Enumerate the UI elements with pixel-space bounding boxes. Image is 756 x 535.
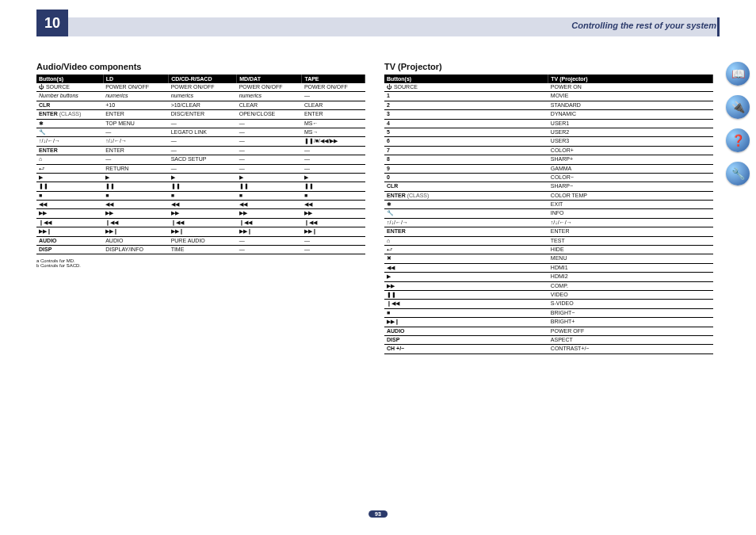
tools-icon[interactable]: 🔧 xyxy=(726,162,750,185)
table-cell: ■ xyxy=(384,308,548,317)
table-cell: ASPECT xyxy=(548,335,713,344)
table-cell: — xyxy=(302,246,365,254)
page-number: 93 xyxy=(368,510,388,518)
table-cell: COLOR+ xyxy=(548,146,713,155)
table-cell: ENTER xyxy=(36,146,103,155)
table-row: ▶▶▶▶▶▶▶▶▶▶ xyxy=(36,209,365,218)
table-cell: ⮐ xyxy=(384,246,548,254)
table-cell: ▶ xyxy=(237,173,302,182)
table-row: ▶HDMI2 xyxy=(384,273,713,281)
table-cell: ◀◀ xyxy=(237,201,302,209)
table-cell: ⏻ SOURCE xyxy=(36,83,103,92)
table-cell: ⮐ xyxy=(36,164,103,173)
chapter-title: Controlling the rest of your system xyxy=(571,21,716,30)
table-cell: DYNAMIC xyxy=(548,110,713,119)
table-cell: ▶ xyxy=(36,173,103,182)
table-cell: LEGATO LINK xyxy=(169,128,237,136)
section-title-tv: TV (Projector) xyxy=(384,62,713,71)
table-cell: TEST xyxy=(548,236,713,245)
table-cell: ▶▶❙ xyxy=(384,318,548,327)
table-cell: — xyxy=(302,92,365,101)
table-cell: ■ xyxy=(103,191,168,200)
table-cell: — xyxy=(237,236,302,245)
table-cell: ▶ xyxy=(302,173,365,182)
table-row: 1MOVIE xyxy=(384,92,713,101)
table-cell: MS→ xyxy=(302,128,365,136)
table-cell: ◀◀ xyxy=(384,263,548,272)
table-cell: 1 xyxy=(384,92,548,101)
table-cell: 🔧 xyxy=(36,128,103,136)
table-cell: POWER ON/OFF xyxy=(302,83,365,92)
table-cell: ❚❚ xyxy=(384,290,548,299)
table-header: TAPE xyxy=(302,75,365,83)
table-cell: 7 xyxy=(384,146,548,155)
manual-page: 10 Controlling the rest of your system A… xyxy=(0,0,756,535)
table-cell: USER1 xyxy=(548,119,713,128)
table-cell: ◀◀ xyxy=(169,201,237,209)
table-header: MD/DAT xyxy=(237,75,302,83)
table-cell: ENTER xyxy=(302,110,365,119)
table-cell: OPEN/CLOSE xyxy=(237,110,302,119)
table-cell: — xyxy=(103,155,168,164)
table-cell: POWER ON/OFF xyxy=(103,83,168,92)
table-row: ❙◀◀S-VIDEO xyxy=(384,300,713,308)
table-cell: DISP xyxy=(384,335,548,344)
table-cell: CONTRAST+/− xyxy=(548,345,713,353)
table-row: 4USER1 xyxy=(384,119,713,128)
help-icon[interactable]: ❓ xyxy=(726,128,750,152)
table-row: 7COLOR+ xyxy=(384,146,713,155)
side-nav-icons: 📖 🔌 ❓ 🔧 xyxy=(726,62,750,185)
table-header: CD/CD-R/SACD xyxy=(169,75,237,83)
table-header: TV (Projector) xyxy=(548,75,713,83)
table-cell: ▶▶ xyxy=(103,209,168,218)
table-cell: ENTER xyxy=(548,227,713,236)
table-cell: ◀◀ xyxy=(103,201,168,209)
table-header: Button(s) xyxy=(36,75,103,83)
table-cell: ◀◀ xyxy=(36,201,103,209)
table-cell: CLEAR xyxy=(302,101,365,109)
right-column: TV (Projector) Button(s)TV (Projector) ⏻… xyxy=(384,62,713,354)
table-cell: ❚❚ xyxy=(103,182,168,191)
table-cell: SHARP− xyxy=(548,182,713,191)
table-cell: >10/CLEAR xyxy=(169,101,237,109)
table-cell: ▶▶ xyxy=(36,209,103,218)
table-header: LD xyxy=(103,75,168,83)
table-cell: ❚❚ xyxy=(302,182,365,191)
chapter-number: 10 xyxy=(36,10,68,36)
table-cell: MOVIE xyxy=(548,92,713,101)
table-cell: ❚❚/■/◀◀/▶▶ xyxy=(302,137,365,146)
table-cell: — xyxy=(237,137,302,146)
table-cell: COLOR TEMP xyxy=(548,191,713,200)
table-cell: ❚❚ xyxy=(169,182,237,191)
table-cell: Number buttons xyxy=(36,92,103,101)
table-cell: ✱ xyxy=(384,201,548,209)
table-cell: 8 xyxy=(384,155,548,164)
table-row: ▶▶▶▶▶ xyxy=(36,173,365,182)
table-cell: numerics xyxy=(237,92,302,101)
table-cell: ▶ xyxy=(384,273,548,281)
table-cell: 6 xyxy=(384,137,548,146)
device-icon[interactable]: 🔌 xyxy=(726,95,750,119)
table-cell: ❙◀◀ xyxy=(384,300,548,308)
table-cell: CLR xyxy=(36,101,103,109)
table-cell: 0 xyxy=(384,173,548,182)
table-cell: BRIGHT+ xyxy=(548,318,713,327)
table-cell: ▶▶❙ xyxy=(36,227,103,236)
table-cell: CLR xyxy=(384,182,548,191)
table-cell: 3 xyxy=(384,110,548,119)
table-cell: STANDARD xyxy=(548,101,713,109)
table-cell: ⌂ xyxy=(384,236,548,245)
table-cell: — xyxy=(169,164,237,173)
table-row: ↑/↓/←/→↑/↓/←/→——❚❚/■/◀◀/▶▶ xyxy=(36,137,365,146)
table-cell: ✱ xyxy=(36,119,103,128)
table-cell: ▶ xyxy=(103,173,168,182)
table-cell: — xyxy=(169,146,237,155)
table-cell: ENTER xyxy=(103,146,168,155)
table-cell: — xyxy=(302,164,365,173)
table-row: ⏻ SOURCEPOWER ON/OFFPOWER ON/OFFPOWER ON… xyxy=(36,83,365,92)
table-cell: ■ xyxy=(237,191,302,200)
book-icon[interactable]: 📖 xyxy=(726,62,750,86)
table-row: ▶▶COMP. xyxy=(384,281,713,290)
table-cell: ❙◀◀ xyxy=(36,218,103,227)
table-cell: DISC/ENTER xyxy=(169,110,237,119)
